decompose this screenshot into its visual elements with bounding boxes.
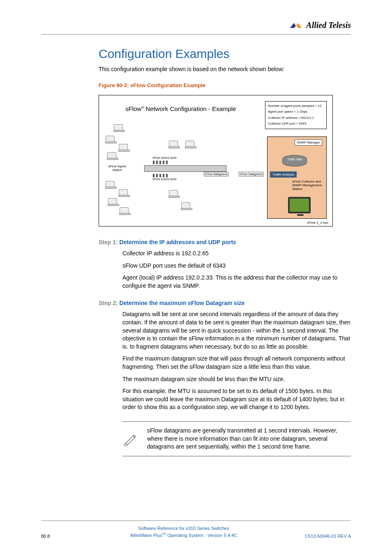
collector-panel: SNMP Manager Traffic Analysis sFlow Coll… bbox=[267, 136, 327, 219]
datagram-label: sFlow Datagrams bbox=[239, 172, 263, 176]
laptop-icon bbox=[119, 144, 128, 150]
collector-label: sFlow Collector and SNMP Management Stat… bbox=[292, 180, 323, 191]
info-line: Agent port speed = 1 Gbps bbox=[268, 109, 324, 115]
laptop-icon bbox=[119, 189, 128, 196]
figure-info-box: Number of agent ports sampled = 12 Agent… bbox=[265, 101, 327, 129]
database-icon bbox=[282, 155, 307, 166]
page-number: 80.8 bbox=[41, 534, 74, 539]
page-footer: 80.8 Software Reference for x310 Series … bbox=[41, 520, 351, 539]
source-ports-label: sFlow source ports bbox=[152, 178, 177, 180]
logo-text: Allied Telesis bbox=[306, 21, 351, 30]
switch-icon bbox=[144, 165, 226, 172]
figure-title-post: Network Configuration - Example bbox=[144, 105, 236, 112]
body-text: Agent (local) IP address 192.0.2.33. Thi… bbox=[122, 274, 351, 290]
footer-line2: AlliedWare PlusTM Operating System - Ver… bbox=[74, 532, 293, 539]
note-icon bbox=[122, 431, 139, 447]
intro-text: This configuration example shown is base… bbox=[99, 66, 351, 72]
step-title: Determine the maximum sFlow Datagram siz… bbox=[120, 300, 245, 306]
ports-top-icon: ▮▮▮▮▮ bbox=[152, 160, 169, 165]
laptop-icon bbox=[185, 141, 194, 147]
laptop-icon bbox=[120, 207, 129, 214]
footer-prod: AlliedWare Plus bbox=[130, 533, 162, 538]
step-title: Determine the IP addresses and UDP ports bbox=[120, 239, 236, 245]
page-header: Allied Telesis bbox=[41, 21, 351, 35]
body-text: The maximum datagram size should be less… bbox=[122, 375, 351, 384]
body-text: Collector IP address is 192.0.2.65 bbox=[122, 250, 351, 258]
datagram-label: sFlow Datagrams bbox=[204, 172, 228, 176]
laptop-icon bbox=[114, 124, 123, 131]
brand-logo: Allied Telesis bbox=[289, 21, 351, 30]
laptop-icon bbox=[169, 141, 178, 147]
step-label: Step 2: bbox=[99, 300, 120, 306]
monitor-icon bbox=[288, 197, 311, 213]
step1-body: Collector IP address is 192.0.2.65 sFlow… bbox=[122, 250, 351, 290]
body-text: Datagrams will be sent at one second int… bbox=[122, 310, 351, 351]
note-text: sFlow datagrams are generally transmitte… bbox=[147, 427, 351, 451]
traffic-analysis-label: Traffic Analysis bbox=[270, 171, 297, 178]
laptop-icon bbox=[108, 198, 117, 205]
step2-heading: Step 2: Determine the maximum sFlow Data… bbox=[99, 300, 351, 306]
info-line: Collector UDP port = 6343 bbox=[268, 121, 324, 127]
eps-label: sFlow-1_2.eps bbox=[307, 221, 328, 224]
laptop-icon bbox=[107, 152, 116, 159]
footer-ver: Operating System - Version 5.4.4C bbox=[166, 533, 237, 538]
laptop-icon bbox=[181, 202, 190, 209]
body-text: For this example, the MTU is assumed to … bbox=[122, 387, 351, 412]
body-text: Find the maximum datagram size that will… bbox=[122, 355, 351, 371]
snmp-manager-label: SNMP Manager bbox=[295, 139, 322, 146]
note-block: sFlow datagrams are generally transmitte… bbox=[122, 421, 351, 456]
step1-heading: Step 1: Determine the IP addresses and U… bbox=[99, 239, 351, 245]
page-title: Configuration Examples bbox=[99, 47, 351, 61]
step-label: Step 1: bbox=[99, 239, 120, 245]
figure-title-pre: sFlow bbox=[125, 105, 141, 112]
footer-rev: C613-50046-01 REV A bbox=[293, 534, 351, 539]
footer-line1: Software Reference for x310 Series Switc… bbox=[74, 525, 293, 532]
figure-diagram: sFlow® Network Configuration - Example N… bbox=[99, 95, 333, 227]
footer-center: Software Reference for x310 Series Switc… bbox=[74, 525, 293, 539]
body-text: sFlow UDP port uses the default of 6343 bbox=[122, 262, 351, 270]
info-line: Number of agent ports sampled = 12 bbox=[268, 103, 324, 109]
laptop-icon bbox=[106, 181, 115, 187]
laptop-icon bbox=[169, 190, 178, 197]
switch-label: sFlow Agent Switch bbox=[107, 164, 127, 172]
laptop-icon bbox=[106, 136, 115, 142]
tm-mark: TM bbox=[162, 532, 166, 535]
step2-body: Datagrams will be sent at one second int… bbox=[122, 310, 351, 412]
source-ports-label: sFlow source ports bbox=[152, 156, 177, 159]
figure-title: sFlow® Network Configuration - Example bbox=[125, 105, 236, 112]
info-line: Collector IP address =192.0.2.1 bbox=[268, 115, 324, 121]
figure-caption: Figure 80-2: sFlow Configuration Example bbox=[99, 82, 351, 88]
logo-icon bbox=[289, 22, 304, 29]
